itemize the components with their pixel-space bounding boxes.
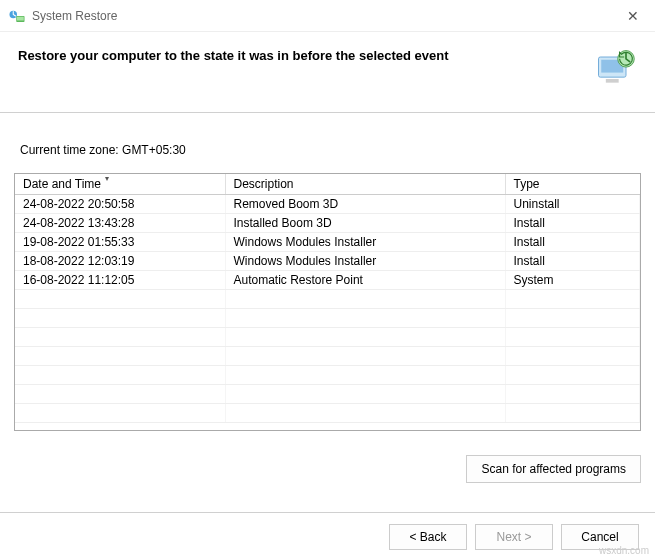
scan-affected-button[interactable]: Scan for affected programs	[466, 455, 641, 483]
sort-indicator-icon: ▾	[105, 174, 109, 183]
cell-description: Windows Modules Installer	[225, 233, 505, 252]
cancel-button[interactable]: Cancel	[561, 524, 639, 550]
back-button[interactable]: < Back	[389, 524, 467, 550]
wizard-footer: < Back Next > Cancel	[0, 512, 655, 560]
table-row-empty	[15, 404, 640, 423]
body: Current time zone: GMT+05:30 Date and Ti…	[0, 113, 655, 441]
cell-description: Automatic Restore Point	[225, 271, 505, 290]
table-header-row: Date and Time ▾ Description Type	[15, 174, 640, 195]
table-row-empty	[15, 309, 640, 328]
table-row[interactable]: 24-08-2022 13:43:28Installed Boom 3DInst…	[15, 214, 640, 233]
close-button[interactable]: ✕	[619, 8, 647, 24]
cell-type: Install	[505, 233, 640, 252]
cell-type: Install	[505, 252, 640, 271]
column-description[interactable]: Description	[225, 174, 505, 195]
cell-type: System	[505, 271, 640, 290]
cell-description: Removed Boom 3D	[225, 195, 505, 214]
column-date-label: Date and Time	[23, 177, 101, 191]
page-heading: Restore your computer to the state it wa…	[18, 46, 593, 63]
cell-date: 24-08-2022 13:43:28	[15, 214, 225, 233]
restore-points-table: Date and Time ▾ Description Type 24-08-2…	[14, 173, 641, 431]
svg-rect-5	[606, 79, 619, 83]
table-row[interactable]: 18-08-2022 12:03:19Windows Modules Insta…	[15, 252, 640, 271]
cell-date: 19-08-2022 01:55:33	[15, 233, 225, 252]
table-row-empty	[15, 347, 640, 366]
cell-date: 24-08-2022 20:50:58	[15, 195, 225, 214]
table-row[interactable]: 19-08-2022 01:55:33Windows Modules Insta…	[15, 233, 640, 252]
cell-type: Uninstall	[505, 195, 640, 214]
next-button[interactable]: Next >	[475, 524, 553, 550]
scan-row: Scan for affected programs	[0, 441, 655, 483]
table-row[interactable]: 24-08-2022 20:50:58Removed Boom 3DUninst…	[15, 195, 640, 214]
cell-type: Install	[505, 214, 640, 233]
table-row-empty	[15, 328, 640, 347]
timezone-label: Current time zone: GMT+05:30	[14, 143, 641, 157]
column-type[interactable]: Type	[505, 174, 640, 195]
system-restore-icon	[8, 7, 26, 25]
column-date[interactable]: Date and Time ▾	[15, 174, 225, 195]
cell-date: 18-08-2022 12:03:19	[15, 252, 225, 271]
svg-rect-2	[17, 16, 24, 20]
cell-description: Windows Modules Installer	[225, 252, 505, 271]
restore-hero-icon	[593, 46, 637, 90]
window-title: System Restore	[32, 9, 619, 23]
titlebar: System Restore ✕	[0, 0, 655, 32]
table-row-empty	[15, 385, 640, 404]
table-row-empty	[15, 290, 640, 309]
cell-description: Installed Boom 3D	[225, 214, 505, 233]
cell-date: 16-08-2022 11:12:05	[15, 271, 225, 290]
table-row-empty	[15, 366, 640, 385]
header: Restore your computer to the state it wa…	[0, 32, 655, 112]
table-row[interactable]: 16-08-2022 11:12:05Automatic Restore Poi…	[15, 271, 640, 290]
